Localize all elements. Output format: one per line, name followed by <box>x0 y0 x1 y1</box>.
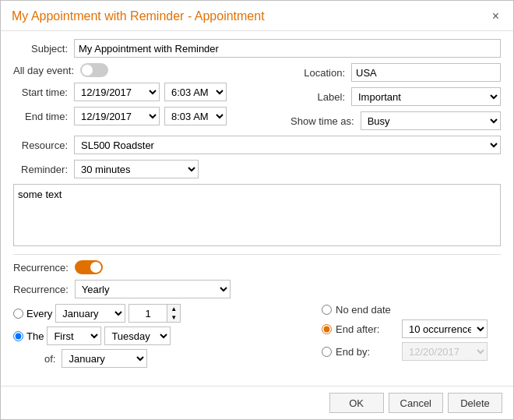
start-time-inputs: 12/19/2017 6:03 AM <box>74 83 227 101</box>
start-label: Start time: <box>13 86 74 98</box>
location-row: Location: <box>290 63 501 82</box>
no-end-date-radio[interactable] <box>322 305 332 315</box>
end-date-select[interactable]: 12/19/2017 <box>74 107 160 125</box>
the-label[interactable]: The <box>26 330 44 342</box>
toggle-slider <box>80 63 108 77</box>
show-time-row: Show time as: Busy <box>290 111 501 130</box>
recurrence-toggle-slider <box>75 260 103 274</box>
recurrence-section: Recurrence: Recurrence: Daily Weekly Mon… <box>13 254 501 372</box>
notes-textarea[interactable]: some text <box>13 184 501 246</box>
subject-label: Subject: <box>13 43 74 55</box>
start-time-select[interactable]: 6:03 AM <box>164 83 227 101</box>
every-day-down-button[interactable]: ▼ <box>167 313 180 322</box>
end-after-row: End after: 10 occurrences <box>322 319 501 338</box>
start-time-row: Start time: 12/19/2017 6:03 AM <box>13 83 283 101</box>
no-end-date-label[interactable]: No end date <box>336 304 402 316</box>
every-day-spinner-btns: ▲ ▼ <box>167 304 181 323</box>
resource-row: Resource: SL500 Roadster <box>13 136 501 154</box>
every-day-input[interactable] <box>128 304 167 323</box>
all-day-row: All day event: <box>13 63 283 77</box>
resource-select[interactable]: SL500 Roadster <box>74 136 501 154</box>
recurrence-label: Recurrence: <box>13 262 75 274</box>
show-time-label: Show time as: <box>290 115 361 127</box>
label-row: Label: Important <box>290 87 501 106</box>
ok-button[interactable]: OK <box>329 393 384 413</box>
appointment-dialog: My Appointment with Reminder - Appointme… <box>0 0 514 420</box>
the-radio[interactable] <box>13 331 23 341</box>
every-label[interactable]: Every <box>26 308 52 319</box>
end-after-select[interactable]: 10 occurrences <box>402 319 488 338</box>
dialog-footer: OK Cancel Delete <box>1 386 513 419</box>
recurrence-options: Every January ▲ ▼ <box>13 304 501 372</box>
end-time-row: End time: 12/19/2017 8:03 AM <box>13 107 283 125</box>
end-after-label[interactable]: End after: <box>336 323 402 335</box>
label-label: Label: <box>290 91 351 103</box>
end-by-label[interactable]: End by: <box>336 346 402 358</box>
end-after-radio[interactable] <box>322 324 332 334</box>
dialog-title: My Appointment with Reminder - Appointme… <box>12 9 265 23</box>
left-column: All day event: Start time: 12/19/2017 <box>13 63 283 136</box>
every-day-spinner: ▲ ▼ <box>128 304 181 323</box>
form-grid: All day event: Start time: 12/19/2017 <box>13 63 501 136</box>
every-month-select[interactable]: January <box>55 304 125 323</box>
location-input[interactable] <box>351 63 501 82</box>
resource-label: Resource: <box>13 139 74 151</box>
all-day-label: All day event: <box>13 65 80 76</box>
of-month-select[interactable]: January <box>62 349 147 368</box>
every-row: Every January ▲ ▼ <box>13 304 309 323</box>
of-label: of: <box>44 353 55 365</box>
every-radio[interactable] <box>13 309 23 319</box>
delete-button[interactable]: Delete <box>448 393 502 413</box>
location-label: Location: <box>290 67 351 79</box>
every-day-up-button[interactable]: ▲ <box>167 305 180 313</box>
show-time-select[interactable]: Busy <box>361 111 501 130</box>
recurrence-toggle-row: Recurrence: <box>13 260 501 274</box>
dialog-content: Subject: All day event: Start time: <box>1 31 513 386</box>
reminder-select[interactable]: 30 minutes <box>74 160 199 178</box>
the-ordinal-select[interactable]: First <box>47 326 101 345</box>
close-button[interactable]: × <box>489 9 502 24</box>
recurrence-type-row: Recurrence: Daily Weekly Monthly Yearly <box>13 280 501 298</box>
reminder-label: Reminder: <box>13 164 74 175</box>
title-bar: My Appointment with Reminder - Appointme… <box>1 1 513 31</box>
of-row: of: January <box>44 349 309 368</box>
right-column: Location: Label: Important Show time as:… <box>283 63 501 136</box>
reminder-row: Reminder: 30 minutes <box>13 160 501 178</box>
recurrence-left: Every January ▲ ▼ <box>13 304 309 372</box>
end-by-radio[interactable] <box>322 347 332 357</box>
recurrence-type-label: Recurrence: <box>13 284 75 295</box>
end-time-select[interactable]: 8:03 AM <box>164 107 227 125</box>
the-day-select[interactable]: Tuesday <box>104 326 171 345</box>
end-time-inputs: 12/19/2017 8:03 AM <box>74 107 227 125</box>
subject-input[interactable] <box>74 39 501 58</box>
end-by-row: End by: 12/20/2017 <box>322 342 501 361</box>
all-day-toggle[interactable] <box>80 63 108 77</box>
end-by-date-select[interactable]: 12/20/2017 <box>402 342 488 361</box>
cancel-button[interactable]: Cancel <box>389 393 443 413</box>
recurrence-right: No end date End after: 10 occurrences En… <box>322 304 501 372</box>
start-date-select[interactable]: 12/19/2017 <box>74 83 160 101</box>
recurrence-toggle[interactable] <box>75 260 103 274</box>
subject-row: Subject: <box>13 39 501 58</box>
label-select[interactable]: Important <box>351 87 501 106</box>
recurrence-type-select[interactable]: Daily Weekly Monthly Yearly <box>75 280 231 298</box>
end-label: End time: <box>13 111 74 122</box>
no-end-date-row: No end date <box>322 304 501 316</box>
the-row: The First Tuesday <box>13 326 309 345</box>
